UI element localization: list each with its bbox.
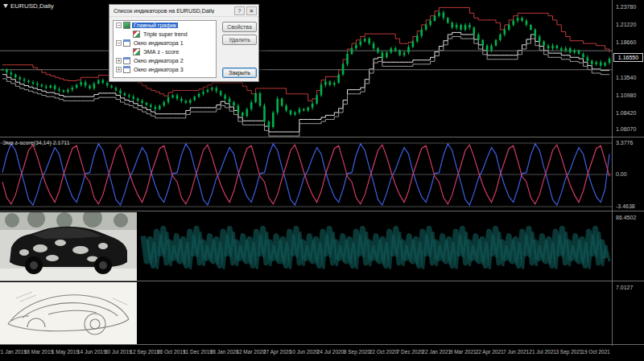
window2-scale-label: 86.4502 — [616, 215, 636, 220]
zscore-chart-canvas — [0, 138, 612, 211]
pane-separator — [0, 344, 644, 345]
symbol-text: EURUSD,Daily — [10, 2, 54, 10]
date-axis-label: 22 Jan 2021 — [422, 349, 451, 355]
zscore-pane-title: Эма z-score(34,14) 2.1711 — [2, 140, 70, 146]
date-axis-label: 3 Sep 2021 — [555, 349, 582, 355]
sketch-canvas — [0, 282, 612, 344]
indicator-tree-item[interactable]: −Окно индикатора 1 — [114, 39, 216, 47]
indicator-window-icon — [123, 66, 130, 73]
date-axis-label: 24 Jul 2020 — [317, 349, 345, 355]
dialog-title: Список индикаторов на EURUSD,Daily — [114, 8, 233, 14]
indicator-icon — [133, 48, 140, 55]
window3-scale-label: 7.0127 — [616, 285, 633, 290]
indicator-window-3-pane[interactable] — [0, 282, 612, 344]
indicator-list-dialog: Список индикаторов на EURUSD,Daily ? ✕ −… — [109, 4, 259, 82]
camouflaged-car-photo — [0, 212, 137, 281]
date-axis-label: 19 Oct 2021 — [581, 349, 609, 355]
dialog-help-button[interactable]: ? — [234, 6, 245, 15]
date-axis-label: 7 Jun 2021 — [503, 349, 529, 355]
indicator-icon — [133, 31, 140, 38]
zscore-axis-label: 0.00 — [616, 171, 627, 177]
date-axis-label: 1 May 2019 — [52, 349, 79, 355]
current-price-box: 1.16550 — [613, 53, 643, 62]
tree-expander-icon[interactable]: + — [116, 67, 122, 72]
main-chart-icon — [123, 22, 130, 29]
price-axis-label: 1.08420 — [616, 110, 636, 116]
main-chart-canvas — [0, 0, 612, 137]
price-axis[interactable]: 1.16550 86.4502 7.0127 1.237801.212201.1… — [612, 0, 644, 346]
teal-oscillator-canvas — [0, 212, 612, 281]
delete-button[interactable]: Удалить — [222, 35, 257, 45]
tree-item-label: Triple super trend — [142, 31, 189, 37]
indicator-window-2-pane[interactable] — [0, 212, 612, 281]
date-axis-label: 14 Jun 2019 — [77, 349, 106, 355]
date-axis-label: 22 Oct 2020 — [369, 349, 398, 355]
pane-separator[interactable] — [0, 211, 644, 211]
car-sketch-drawing — [0, 282, 137, 344]
indicator-tree-item[interactable]: Triple super trend — [114, 30, 216, 39]
price-axis-label: 1.10980 — [616, 92, 636, 98]
tree-expander-icon[interactable]: − — [116, 23, 122, 28]
indicator-tree[interactable]: −Главный графикTriple super trend−Окно и… — [113, 20, 217, 78]
indicator-tree-item[interactable]: −Главный график — [114, 21, 216, 30]
price-axis-label: 1.23780 — [616, 4, 636, 10]
tree-item-label: Окно индикатора 1 — [132, 40, 185, 46]
date-axis-label: 12 Mar 2020 — [236, 349, 266, 355]
tree-item-label: Окно индикатора 3 — [132, 67, 185, 72]
indicator-tree-item[interactable]: +Окно индикатора 2 — [114, 56, 216, 65]
date-axis-label: 8 Sep 2020 — [344, 349, 370, 355]
main-chart-pane[interactable]: EURUSD,Daily — [0, 0, 612, 137]
zscore-indicator-pane[interactable]: Эма z-score(34,14) 2.1711 — [0, 138, 612, 211]
indicator-tree-item[interactable]: +Окно индикатора 3 — [114, 65, 216, 74]
symbol-label: EURUSD,Daily — [3, 2, 54, 10]
date-axis-label: 27 Apr 2020 — [263, 349, 291, 355]
pane-separator[interactable] — [0, 137, 644, 137]
indicator-window-icon — [123, 57, 130, 64]
pane-separator[interactable] — [0, 281, 644, 281]
indicator-window-icon — [123, 39, 130, 47]
tree-item-label: Главный график — [132, 23, 178, 28]
date-axis-label: 30 Jul 2019 — [105, 349, 132, 355]
zscore-axis-label: -3.4638 — [616, 203, 635, 209]
properties-button[interactable]: Свойства — [222, 22, 257, 32]
date-axis-label: 7 Dec 2020 — [397, 349, 423, 355]
dialog-title-bar[interactable]: Список индикаторов на EURUSD,Daily ? ✕ — [109, 5, 258, 17]
date-axis-label: 22 Apr 2021 — [476, 349, 504, 355]
price-axis-label: 1.13540 — [616, 75, 636, 80]
price-axis-label: 1.21220 — [616, 22, 636, 27]
time-axis[interactable]: 21 Jan 201918 Mar 20191 May 201914 Jun 2… — [0, 346, 644, 361]
dialog-close-icon[interactable]: ✕ — [246, 6, 257, 15]
date-axis-label: 11 Dec 2019 — [183, 349, 212, 355]
tree-item-label: Окно индикатора 2 — [132, 58, 185, 64]
date-axis-label: 18 Mar 2019 — [24, 349, 54, 355]
date-axis-label: 21 Jul 2021 — [529, 349, 556, 355]
tree-expander-icon[interactable]: + — [116, 58, 122, 64]
date-axis-label: 28 Oct 2019 — [157, 349, 185, 355]
zscore-axis-label: 3.3776 — [616, 140, 633, 146]
mt4-terminal-window: EURUSD,Daily Эма z-score(34,14) 2.1711 — [0, 0, 644, 361]
tree-item-label: ЭМА z - score — [142, 49, 180, 55]
tree-expander-icon[interactable]: − — [116, 40, 122, 46]
date-axis-label: 9 Mar 2021 — [450, 349, 477, 355]
symbol-marker-icon — [3, 4, 8, 8]
indicator-tree-item[interactable]: ЭМА z - score — [114, 47, 216, 56]
price-axis-label: 1.18660 — [616, 39, 636, 45]
price-axis-label: 1.06070 — [616, 126, 636, 132]
date-axis-label: 12 Sep 2019 — [130, 349, 159, 355]
date-axis-label: 10 Jun 2020 — [290, 349, 319, 355]
date-axis-label: 21 Jan 2019 — [0, 349, 27, 355]
close-button[interactable]: Закрыть — [222, 68, 257, 78]
date-axis-label: 28 Jan 2020 — [210, 349, 239, 355]
